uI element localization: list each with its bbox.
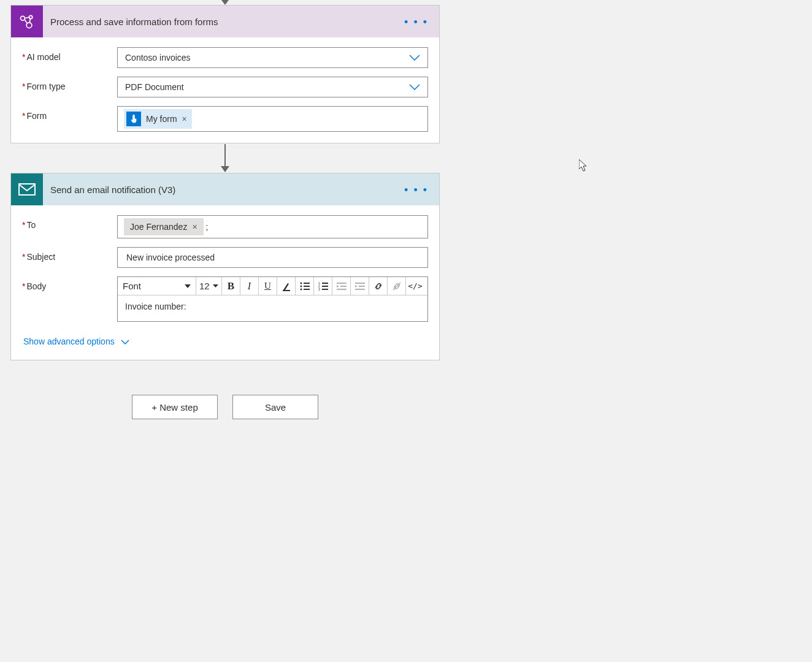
subject-text[interactable]: [125, 252, 420, 263]
svg-rect-27: [340, 286, 347, 287]
svg-rect-14: [304, 283, 310, 284]
chevron-down-icon: [409, 53, 420, 63]
card-process-forms: Process and save information from forms …: [10, 5, 440, 143]
svg-marker-30: [355, 285, 358, 287]
svg-rect-24: [322, 289, 328, 290]
subject-label: *Subject: [22, 247, 117, 262]
card-title: Process and save information from forms: [43, 17, 218, 27]
link-button[interactable]: [369, 277, 388, 295]
svg-rect-22: [322, 286, 328, 287]
more-icon[interactable]: • • •: [404, 185, 428, 196]
svg-rect-31: [359, 286, 365, 287]
mail-icon: [11, 173, 43, 205]
form-type-dropdown[interactable]: PDF Document: [117, 77, 428, 97]
form-type-label: *Form type: [22, 77, 117, 91]
editor-toolbar: Font 12 B I U: [118, 277, 427, 295]
svg-line-4: [25, 20, 28, 24]
chevron-down-icon: [121, 337, 129, 346]
code-view-button[interactable]: </>: [406, 277, 424, 295]
body-label: *Body: [22, 276, 117, 291]
form-field[interactable]: My form ×: [117, 106, 428, 132]
svg-rect-9: [19, 184, 35, 195]
remove-token-icon[interactable]: ×: [182, 114, 187, 124]
action-bar: + New step Save: [10, 395, 440, 419]
font-color-button[interactable]: [277, 277, 296, 295]
svg-line-6: [29, 19, 30, 23]
recipient-token[interactable]: Joe Fernandez ×: [124, 218, 204, 235]
svg-rect-28: [337, 289, 347, 290]
svg-point-13: [300, 282, 302, 284]
bullet-list-button[interactable]: [296, 277, 314, 295]
remove-token-icon[interactable]: ×: [192, 222, 197, 232]
form-token[interactable]: My form ×: [124, 109, 192, 129]
svg-point-2: [29, 15, 33, 18]
svg-marker-11: [213, 284, 218, 287]
ai-model-dropdown[interactable]: Contoso invoices: [117, 47, 428, 68]
outdent-button: [332, 277, 351, 295]
svg-point-15: [300, 285, 302, 287]
svg-rect-32: [355, 289, 365, 290]
svg-rect-16: [304, 286, 310, 287]
svg-marker-8: [221, 166, 229, 172]
svg-rect-25: [337, 283, 347, 284]
separator: ;: [206, 222, 209, 232]
chevron-down-icon: [409, 82, 420, 92]
more-icon[interactable]: • • •: [404, 17, 428, 28]
numbered-list-button[interactable]: 123: [314, 277, 332, 295]
card-header[interactable]: Process and save information from forms …: [11, 6, 439, 37]
font-size-selector[interactable]: 12: [196, 277, 222, 295]
svg-rect-18: [304, 289, 310, 290]
body-content[interactable]: Invoice number:: [118, 295, 427, 321]
form-label: *Form: [22, 106, 117, 121]
unlink-button: [388, 277, 406, 295]
svg-rect-29: [355, 283, 365, 284]
bold-button[interactable]: B: [222, 277, 240, 295]
form-token-label: My form: [146, 114, 177, 124]
subject-input[interactable]: [117, 247, 428, 268]
body-editor: Font 12 B I U: [117, 276, 428, 322]
font-selector[interactable]: Font: [118, 277, 196, 295]
new-step-button[interactable]: + New step: [132, 395, 218, 419]
svg-marker-0: [221, 0, 229, 5]
save-button[interactable]: Save: [232, 395, 318, 419]
to-label: *To: [22, 215, 117, 230]
ai-builder-icon: [11, 6, 43, 37]
card-send-email: Send an email notification (V3) • • • *T…: [10, 173, 440, 360]
svg-text:3: 3: [318, 287, 320, 291]
card-title: Send an email notification (V3): [43, 185, 175, 195]
connector-arrow: [10, 143, 440, 173]
to-field[interactable]: Joe Fernandez × ;: [117, 215, 428, 238]
recipient-name: Joe Fernandez: [130, 222, 187, 232]
italic-button[interactable]: I: [240, 277, 259, 295]
indent-button: [351, 277, 369, 295]
svg-marker-10: [185, 284, 191, 288]
svg-line-5: [25, 17, 29, 18]
connector-arrow-tip: [10, 0, 440, 5]
svg-marker-26: [337, 285, 339, 287]
svg-point-17: [300, 288, 302, 290]
ai-model-label: *AI model: [22, 47, 117, 62]
svg-rect-20: [322, 283, 328, 284]
svg-rect-12: [283, 290, 290, 291]
underline-button[interactable]: U: [259, 277, 277, 295]
show-advanced-options[interactable]: Show advanced options: [11, 333, 129, 346]
touch-icon: [126, 112, 141, 126]
card-header[interactable]: Send an email notification (V3) • • •: [11, 173, 439, 205]
